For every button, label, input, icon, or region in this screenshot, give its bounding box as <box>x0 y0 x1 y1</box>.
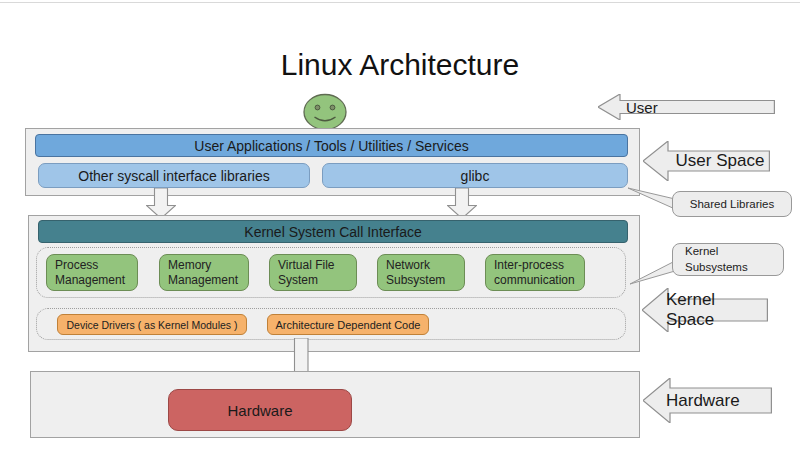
page-title: Linux Architecture <box>0 48 800 84</box>
linux-architecture-diagram: Linux Architecture User User Application… <box>0 0 800 452</box>
user-space-arrow-label: User Space <box>670 151 770 171</box>
kernel-subsystems-callout-tail <box>628 257 676 286</box>
other-syscall-libraries-box: Other syscall interface libraries <box>38 163 310 188</box>
kernel-space-arrow-label: Kernel Space <box>666 299 768 321</box>
user-arrow-icon <box>598 94 775 120</box>
kernel-syscall-interface-bar: Kernel System Call Interface <box>38 220 628 243</box>
top-divider-line <box>0 2 800 3</box>
shared-libraries-callout-tail <box>626 186 676 212</box>
kernel-subsystems-callout: Kernel Subsystems <box>672 243 784 276</box>
subsystem-process-management: Process Management <box>46 254 138 291</box>
glibc-box: glibc <box>322 163 628 188</box>
user-applications-bar: User Applications / Tools / Utilities / … <box>35 134 628 157</box>
subsystem-virtual-file-system: Virtual File System <box>269 254 357 291</box>
module-device-drivers: Device Drivers ( as Kernel Modules ) <box>57 314 247 335</box>
hardware-box: Hardware <box>168 389 352 431</box>
shared-libraries-callout: Shared Libraries <box>672 191 792 217</box>
smiley-face-icon <box>302 93 348 131</box>
hardware-arrow-label: Hardware <box>666 389 770 412</box>
subsystem-network-subsystem: Network Subsystem <box>377 254 465 291</box>
module-architecture-dependent-code: Architecture Dependent Code <box>267 314 429 335</box>
user-arrow-label: User <box>626 99 658 115</box>
subsystem-interprocess-communication: Inter-process communication <box>485 254 585 291</box>
subsystem-memory-management: Memory Management <box>159 254 249 291</box>
